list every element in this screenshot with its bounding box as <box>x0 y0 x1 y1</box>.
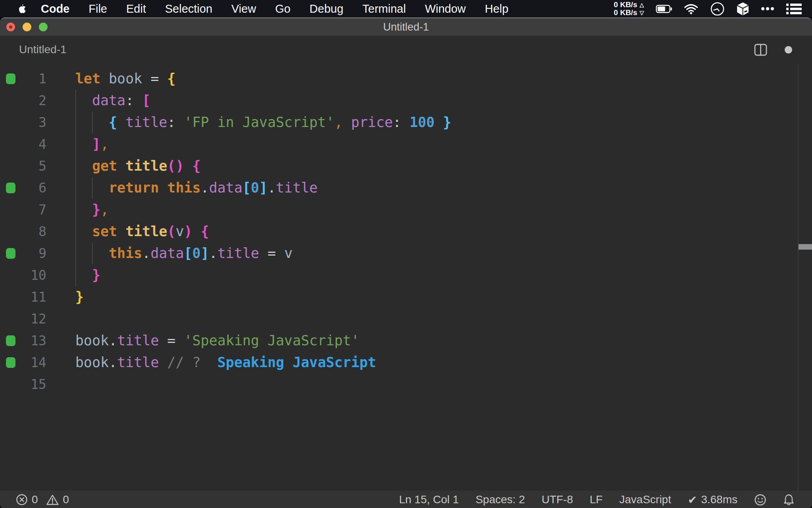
feedback-smiley-button[interactable] <box>754 494 766 506</box>
upload-arrow-icon: △ <box>640 1 644 9</box>
coverage-indicator <box>6 73 15 84</box>
line-number: 7 <box>22 202 46 217</box>
ellipsis-icon[interactable] <box>761 7 774 11</box>
apple-icon <box>17 4 26 14</box>
status-bar: 0 0 Ln 15, Col 1 Spaces: 2 UTF-8 LF Java… <box>0 491 812 508</box>
menu-view[interactable]: View <box>222 2 266 15</box>
encoding-setting[interactable]: UTF-8 <box>542 493 573 506</box>
code-line[interactable]: 12 <box>0 308 812 330</box>
error-count: 0 <box>32 493 38 506</box>
list-icon[interactable] <box>786 3 802 15</box>
clock-icon[interactable] <box>710 2 725 16</box>
code-line[interactable]: 14book.title // ? Speaking JavaScript <box>0 352 812 373</box>
check-icon: ✔ <box>688 493 697 506</box>
line-content: }, <box>73 199 799 221</box>
zoom-button[interactable] <box>39 23 48 31</box>
line-content: get title() { <box>73 155 799 177</box>
indent-guide <box>92 242 93 264</box>
cursor-position[interactable]: Ln 15, Col 1 <box>399 493 459 506</box>
language-mode[interactable]: JavaScript <box>619 493 671 506</box>
line-number: 12 <box>22 311 46 327</box>
code-line[interactable]: 13book.title = 'Speaking JavaScript' <box>0 330 812 352</box>
editor-actions <box>754 44 812 56</box>
notifications-bell-button[interactable] <box>783 494 795 506</box>
line-number: 2 <box>22 93 46 108</box>
apple-menu[interactable] <box>12 4 31 14</box>
quokka-exec-time[interactable]: ✔ 3.68ms <box>688 493 737 506</box>
menu-selection[interactable]: Selection <box>155 2 222 15</box>
code-line[interactable]: 6 return this.data[0].title <box>0 177 812 199</box>
traffic-lights <box>6 18 48 36</box>
code-editor[interactable]: 1let book = {2 data: [3 { title: 'FP in … <box>0 64 812 491</box>
overview-ruler-border <box>798 64 799 491</box>
split-editor-button[interactable] <box>754 44 767 56</box>
code-line[interactable]: 3 { title: 'FP in JavaScript', price: 10… <box>0 112 812 133</box>
line-number: 15 <box>22 377 46 392</box>
indent-guide <box>75 199 76 221</box>
macos-menu-bar: CodeFileEditSelectionViewGoDebugTerminal… <box>0 0 812 17</box>
menu-terminal[interactable]: Terminal <box>353 2 416 15</box>
gutter <box>0 73 22 84</box>
line-content: } <box>73 286 799 308</box>
gutter <box>0 183 22 193</box>
minimize-button[interactable] <box>23 23 31 31</box>
menu-file[interactable]: File <box>79 2 117 15</box>
menu-code[interactable]: Code <box>31 2 79 15</box>
cube-icon[interactable] <box>737 2 749 16</box>
wifi-icon[interactable] <box>684 4 698 14</box>
vscode-window: Untitled-1 Untitled-1 1let book = {2 dat… <box>0 17 812 508</box>
network-speed-widget[interactable]: 0 KB/s△ 0 KB/s▽ <box>614 1 644 17</box>
code-line[interactable]: 9 this.data[0].title = v <box>0 242 812 264</box>
line-number: 9 <box>22 246 46 261</box>
line-number: 5 <box>22 158 46 174</box>
eol-setting[interactable]: LF <box>590 493 603 506</box>
exec-time-value: 3.68ms <box>701 493 737 506</box>
menu-items: CodeFileEditSelectionViewGoDebugTerminal… <box>31 2 518 15</box>
indentation-setting[interactable]: Spaces: 2 <box>475 493 525 506</box>
line-number: 13 <box>22 333 46 348</box>
code-line[interactable]: 4 ], <box>0 133 812 155</box>
line-content: data: [ <box>73 90 799 112</box>
coverage-indicator <box>6 335 15 346</box>
problems-button[interactable]: 0 0 <box>16 493 73 506</box>
coverage-indicator <box>6 183 15 193</box>
overview-ruler-marker[interactable] <box>799 244 812 250</box>
code-line[interactable]: 2 data: [ <box>0 90 812 112</box>
code-line[interactable]: 10 } <box>0 264 812 286</box>
close-button[interactable] <box>6 23 15 31</box>
code-line[interactable]: 1let book = { <box>0 68 812 90</box>
code-line[interactable]: 5 get title() { <box>0 155 812 177</box>
line-content: book.title = 'Speaking JavaScript' <box>73 330 799 352</box>
code-line[interactable]: 7 }, <box>0 199 812 221</box>
window-title: Untitled-1 <box>383 21 429 33</box>
modified-indicator-dot[interactable] <box>785 46 792 54</box>
line-content: let book = { <box>73 68 799 90</box>
warning-icon <box>46 494 59 506</box>
menu-window[interactable]: Window <box>416 2 475 15</box>
indent-guide <box>75 221 76 242</box>
warning-count: 0 <box>63 493 69 506</box>
indent-guide <box>92 112 93 133</box>
code-line[interactable]: 15 <box>0 373 812 395</box>
line-number: 6 <box>22 180 46 196</box>
indent-guide <box>75 155 76 177</box>
coverage-indicator <box>6 248 15 259</box>
code-line[interactable]: 11} <box>0 286 812 308</box>
editor-header: Untitled-1 <box>0 36 812 64</box>
line-content: set title(v) { <box>73 221 799 242</box>
line-content: book.title // ? Speaking JavaScript <box>73 352 799 373</box>
menu-go[interactable]: Go <box>266 2 300 15</box>
menubar-status-icons: 0 KB/s△ 0 KB/s▽ <box>614 1 812 17</box>
line-content: { title: 'FP in JavaScript', price: 100 … <box>73 112 799 133</box>
open-file-title: Untitled-1 <box>19 43 67 56</box>
indent-guide <box>75 133 76 155</box>
battery-icon[interactable] <box>656 5 672 13</box>
indent-guide <box>75 90 76 112</box>
code-line[interactable]: 8 set title(v) { <box>0 221 812 242</box>
coverage-indicator <box>6 357 15 368</box>
gutter <box>0 357 22 368</box>
menu-debug[interactable]: Debug <box>300 2 353 15</box>
title-bar[interactable]: Untitled-1 <box>0 18 812 36</box>
menu-edit[interactable]: Edit <box>117 2 155 15</box>
menu-help[interactable]: Help <box>475 2 518 15</box>
